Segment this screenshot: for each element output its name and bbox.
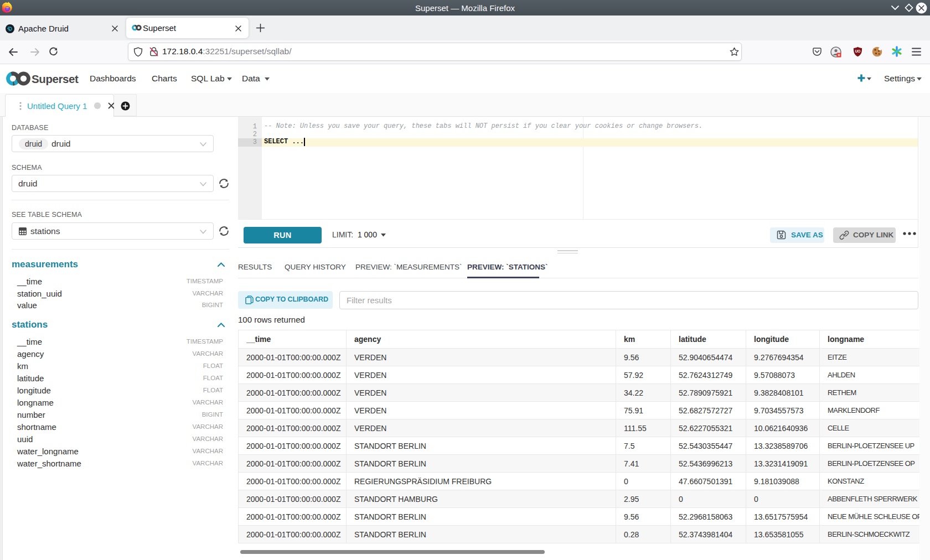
- svg-text:UO: UO: [855, 49, 861, 53]
